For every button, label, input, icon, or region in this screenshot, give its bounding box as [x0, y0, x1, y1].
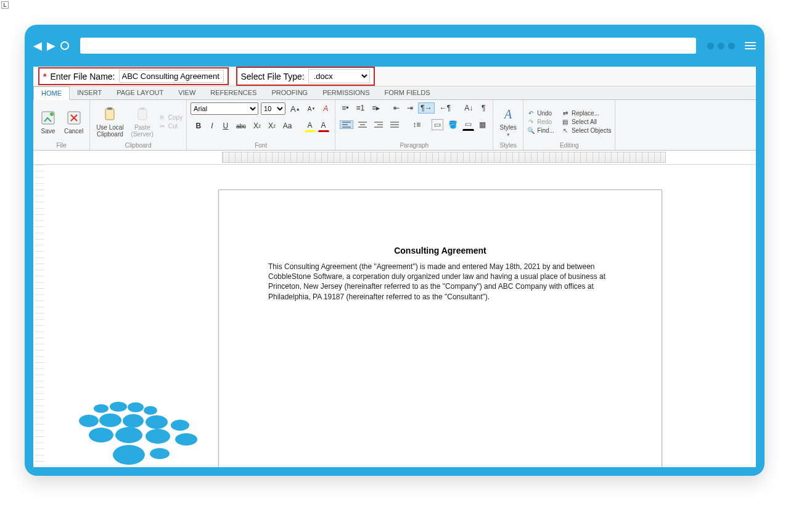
- line-spacing-button[interactable]: ↕≡: [410, 119, 423, 130]
- paste-icon: [134, 106, 151, 123]
- svg-rect-6: [140, 107, 145, 110]
- cancel-button[interactable]: Cancel: [62, 108, 86, 136]
- horizontal-ruler[interactable]: [222, 152, 666, 163]
- paste-server-button[interactable]: Paste (Server): [129, 104, 156, 139]
- redo-button[interactable]: ↷Redo: [527, 118, 554, 125]
- bullet-list-button[interactable]: ≡•: [339, 102, 351, 114]
- ribbon-group-styles: A Styles ▼ Styles: [493, 100, 523, 150]
- nav-back-icon[interactable]: ◀: [33, 39, 42, 52]
- borders-button[interactable]: ▦: [477, 119, 488, 130]
- underline-button[interactable]: U: [220, 120, 231, 131]
- chevron-down-icon: ▼: [506, 132, 511, 138]
- cancel-icon: [65, 109, 83, 127]
- svg-point-29: [115, 427, 142, 443]
- tab-home[interactable]: HOME: [33, 86, 70, 100]
- document-title: Consulting Agreement: [268, 246, 612, 255]
- justify-button[interactable]: [388, 120, 401, 129]
- tab-references[interactable]: REFERENCES: [203, 86, 264, 99]
- cut-button[interactable]: ✂Cut: [158, 122, 182, 130]
- window-controls: [707, 43, 735, 49]
- subscript-button[interactable]: X2: [251, 120, 263, 131]
- menu-icon[interactable]: [745, 42, 756, 49]
- find-button[interactable]: 🔍Find...: [527, 127, 554, 134]
- svg-point-31: [175, 433, 197, 446]
- file-type-select[interactable]: .docx: [308, 69, 370, 83]
- ribbon-group-clipboard: Use Local Clipboard Paste (Server) ⎘Copy…: [90, 100, 187, 150]
- select-all-button[interactable]: ▤Select All: [562, 118, 611, 125]
- page[interactable]: Consulting Agreement This Consulting Agr…: [218, 189, 662, 467]
- ribbon-group-editing: ↶Undo ↷Redo 🔍Find... ⇄Replace... ▤Select…: [523, 100, 615, 150]
- align-right-button[interactable]: [372, 120, 385, 129]
- save-icon: [39, 109, 57, 127]
- window-dot-icon[interactable]: [728, 43, 735, 49]
- ribbon-group-font: Arial 10 A▲ A▼ A B I U abc X2 X2 Aa: [187, 100, 335, 150]
- document-area[interactable]: Consulting Agreement This Consulting Agr…: [33, 165, 756, 467]
- align-left-button[interactable]: [340, 120, 353, 129]
- ruler-area: L: [33, 151, 756, 165]
- nav-refresh-icon[interactable]: [60, 41, 69, 50]
- bold-button[interactable]: B: [193, 120, 204, 131]
- svg-point-32: [113, 445, 145, 465]
- increase-indent-button[interactable]: ⇥: [404, 102, 416, 114]
- font-group-label: Font: [191, 141, 331, 149]
- border-color-button[interactable]: ▭: [462, 118, 474, 131]
- replace-icon: ⇄: [562, 109, 569, 117]
- tab-insert[interactable]: INSERT: [70, 86, 109, 99]
- tab-proofing[interactable]: PROOFING: [264, 86, 315, 99]
- styles-label: Styles: [500, 124, 517, 131]
- sort-button[interactable]: A↓: [462, 102, 475, 114]
- svg-point-25: [123, 414, 144, 428]
- font-color-button[interactable]: A: [318, 120, 329, 132]
- undo-button[interactable]: ↶Undo: [527, 109, 554, 117]
- clear-format-button[interactable]: A: [320, 103, 331, 114]
- tab-view[interactable]: VIEW: [171, 86, 203, 99]
- copy-button[interactable]: ⎘Copy: [158, 114, 182, 121]
- nav-forward-icon[interactable]: ▶: [47, 39, 55, 52]
- ribbon: Save Cancel File: [33, 100, 756, 151]
- app-content: * Enter File Name: Select File Type: .do…: [33, 67, 756, 467]
- shrink-font-button[interactable]: A▼: [305, 104, 318, 114]
- superscript-button[interactable]: X2: [266, 120, 278, 131]
- cut-icon: ✂: [158, 122, 166, 130]
- styles-icon: A: [499, 106, 517, 123]
- save-button[interactable]: Save: [37, 108, 59, 136]
- select-objects-button[interactable]: ↖Select Objects: [562, 127, 611, 134]
- rtl-button[interactable]: ←¶: [437, 102, 453, 114]
- file-group-label: File: [37, 141, 86, 149]
- styles-button[interactable]: A Styles ▼: [497, 104, 519, 139]
- ribbon-group-file: Save Cancel File: [33, 100, 90, 150]
- url-bar[interactable]: [80, 38, 696, 54]
- number-list-button[interactable]: ≡1: [354, 102, 367, 114]
- ltr-button[interactable]: ¶→: [418, 102, 434, 114]
- align-center-button[interactable]: [356, 120, 369, 129]
- change-case-button[interactable]: Aa: [281, 120, 295, 131]
- font-name-select[interactable]: Arial: [191, 102, 258, 115]
- tab-permissions[interactable]: PERMISSIONS: [315, 86, 377, 99]
- show-marks-button[interactable]: ¶: [478, 102, 489, 114]
- svg-point-28: [89, 428, 113, 442]
- fill-button[interactable]: 🪣: [446, 119, 460, 130]
- clipboard-icon: [101, 106, 118, 123]
- replace-button[interactable]: ⇄Replace...: [562, 109, 611, 117]
- vertical-ruler[interactable]: [35, 165, 44, 467]
- cancel-label: Cancel: [64, 128, 83, 135]
- decrease-indent-button[interactable]: ⇤: [391, 102, 402, 114]
- tab-page-layout[interactable]: PAGE LAYOUT: [109, 86, 171, 99]
- highlight-button[interactable]: A: [305, 120, 316, 132]
- paste-server-label: Paste (Server): [131, 124, 154, 138]
- styles-group-label: Styles: [497, 141, 519, 149]
- strike-button[interactable]: abc: [234, 122, 248, 131]
- grow-font-button[interactable]: A▲: [288, 103, 303, 115]
- required-marker: *: [43, 72, 46, 81]
- multilevel-list-button[interactable]: ≡▸: [369, 102, 382, 114]
- browser-chrome: ◀ ▶: [25, 25, 765, 67]
- italic-button[interactable]: I: [207, 120, 218, 131]
- shading-button[interactable]: ▭: [432, 119, 443, 130]
- file-name-input[interactable]: [119, 70, 224, 83]
- use-local-clipboard-button[interactable]: Use Local Clipboard: [94, 104, 126, 139]
- window-dot-icon[interactable]: [718, 43, 724, 49]
- clipboard-group-label: Clipboard: [94, 141, 182, 149]
- tab-form-fields[interactable]: FORM FIELDS: [377, 86, 438, 99]
- font-size-select[interactable]: 10: [261, 102, 285, 115]
- window-dot-icon[interactable]: [707, 43, 714, 49]
